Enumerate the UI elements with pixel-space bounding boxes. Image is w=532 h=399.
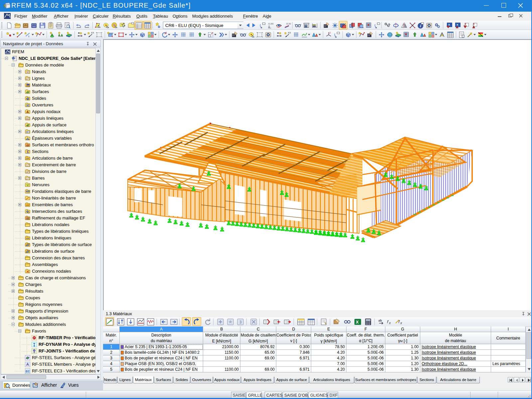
svg-text:X: X (356, 320, 359, 325)
svg-text:3: 3 (239, 320, 242, 325)
svg-text:XX: XX (91, 32, 94, 34)
svg-text:EC: EC (26, 370, 30, 373)
svg-text:ab: ab (378, 319, 382, 322)
svg-text:I: I (28, 35, 29, 38)
svg-text:X.XX: X.XX (268, 23, 274, 25)
svg-text:f: f (387, 319, 389, 324)
svg-text:f: f (398, 319, 400, 324)
svg-text:x: x (389, 321, 391, 325)
svg-text:X.XX: X.XX (286, 23, 291, 25)
svg-text:X: X (457, 23, 459, 26)
svg-text:x: x (400, 321, 402, 325)
svg-text:XX: XX (288, 32, 291, 34)
svg-text:5: 5 (4, 4, 6, 8)
svg-text:Z: Z (329, 32, 331, 34)
